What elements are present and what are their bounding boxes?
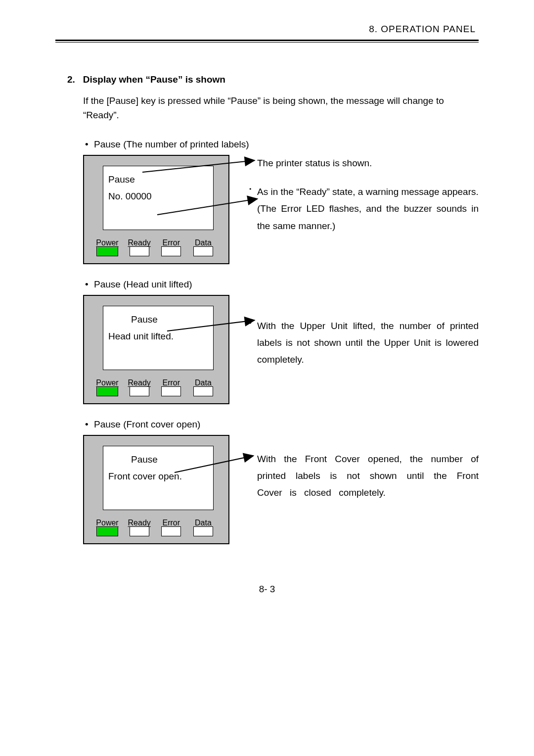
led-data-lamp [193,246,213,256]
fig3-bullet: Pause (Front cover open) [94,419,479,430]
section-lead: If the [Pause] key is pressed while “Pau… [55,94,479,122]
led-power-lamp [96,246,118,256]
lcd-line1: Pause [108,172,208,187]
led-data: Data [189,519,218,536]
lcd-screen: Pause Head unit lifted. [103,306,214,370]
fig1-notes: ・ The printer status is shown. ・ As in t… [245,155,479,246]
fig1-device-wrap: Pause No. 00000 Power Ready Error Data [83,155,229,264]
led-data-lamp [193,526,213,536]
fig2-device-wrap: Pause Head unit lifted. Power Ready Erro… [83,295,229,404]
led-power: Power [93,239,122,256]
led-ready-lamp [130,246,149,256]
lcd-screen: Pause Front cover open. [103,446,214,510]
note-bullet-icon: ・ [245,450,250,501]
led-power-lamp [96,526,118,536]
section-title-text: Display when “Pause” is shown [83,74,225,85]
chapter-label: 8. OPERATION PANEL [55,24,479,38]
led-error: Error [157,519,185,536]
led-power-lamp [96,386,118,396]
fig1-bullet: Pause (The number of printed labels) [94,139,479,150]
led-row: Power Ready Error Data [90,239,222,258]
lcd-line2: Head unit lifted. [108,329,208,344]
lcd-screen: Pause No. 00000 [103,166,214,230]
operation-panel-diagram: Pause Head unit lifted. Power Ready Erro… [83,295,229,404]
page: 8. OPERATION PANEL 2. Display when “Paus… [0,0,534,618]
lcd-line2: No. 00000 [108,189,208,204]
fig2-note: With the Upper Unit lifted, the number o… [257,318,479,369]
page-footer: 8- 3 [55,584,479,595]
led-data: Data [189,239,218,256]
fig3-device-wrap: Pause Front cover open. Power Ready Erro… [83,435,229,544]
fig2-notes: ・ With the Upper Unit lifted, the number… [245,295,479,380]
header-rule-thin [55,42,479,43]
led-ready-lamp [130,526,149,536]
lcd-line1: Pause [131,452,208,467]
section-number: 2. [67,74,75,85]
operation-panel-diagram: Pause Front cover open. Power Ready Erro… [83,435,229,544]
fig2-bullet: Pause (Head unit lifted) [94,279,479,290]
fig1-note2: As in the “Ready” state, a warning messa… [257,184,479,235]
header-rule-thick [55,40,479,41]
lcd-line2: Front cover open. [108,469,208,484]
led-error-lamp [161,386,181,396]
led-ready: Ready [125,239,154,256]
led-data-lamp [193,386,213,396]
led-row: Power Ready Error Data [90,519,222,538]
operation-panel-diagram: Pause No. 00000 Power Ready Error Data [83,155,229,264]
led-error: Error [157,239,185,256]
note-bullet-icon: ・ [245,183,250,234]
page-header: 8. OPERATION PANEL [55,24,479,43]
led-row: Power Ready Error Data [90,379,222,398]
fig3-notes: ・ With the Front Cover opened, the numbe… [245,435,479,514]
section-heading: 2. Display when “Pause” is shown [55,74,479,85]
fig3-note: With the Front Cover opened, the number … [257,451,479,502]
figure-block-1: Pause (The number of printed labels) Pau… [55,139,479,264]
led-error-lamp [161,246,181,256]
lcd-line1: Pause [131,312,208,327]
led-error: Error [157,379,185,396]
note-bullet-icon: ・ [245,154,250,171]
fig1-note1: The printer status is shown. [257,155,479,172]
figure-block-3: Pause (Front cover open) Pause Front cov… [55,419,479,544]
led-error-lamp [161,526,181,536]
led-ready: Ready [125,379,154,396]
led-ready: Ready [125,519,154,536]
led-data: Data [189,379,218,396]
figure-block-2: Pause (Head unit lifted) Pause Head unit… [55,279,479,404]
note-bullet-icon: ・ [245,317,250,368]
led-power: Power [93,519,122,536]
led-ready-lamp [130,386,149,396]
led-power: Power [93,379,122,396]
